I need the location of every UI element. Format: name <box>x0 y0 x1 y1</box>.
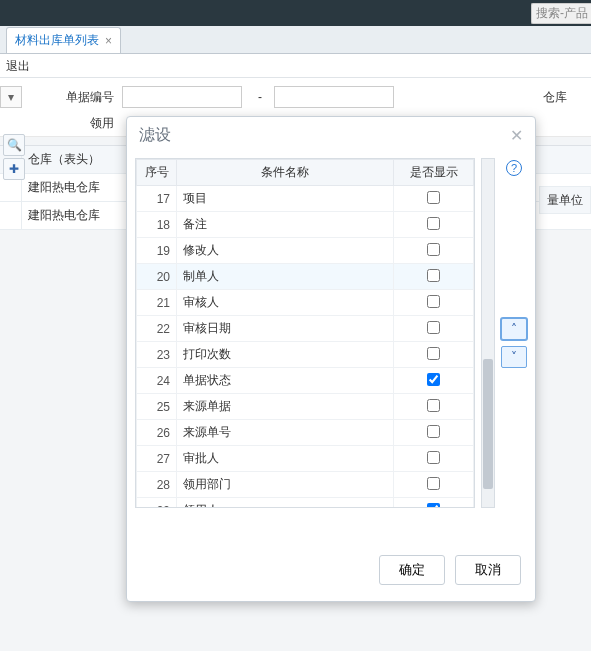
close-icon[interactable]: ✕ <box>510 126 523 145</box>
seq-cell: 25 <box>137 394 177 420</box>
receiver-label: 领用 <box>26 115 118 132</box>
show-checkbox[interactable] <box>427 321 440 334</box>
seq-cell: 27 <box>137 446 177 472</box>
cancel-button[interactable]: 取消 <box>455 555 521 585</box>
filter-row[interactable]: 24单据状态 <box>137 368 474 394</box>
show-checkbox[interactable] <box>427 451 440 464</box>
name-cell: 审批人 <box>177 446 394 472</box>
seq-cell: 17 <box>137 186 177 212</box>
seq-cell: 28 <box>137 472 177 498</box>
show-cell <box>394 498 474 509</box>
filter-table: 序号 条件名称 是否显示 17项目18备注19修改人20制单人21审核人22审核… <box>135 158 475 508</box>
warehouse-label: 仓库 <box>543 89 591 106</box>
seq-cell: 26 <box>137 420 177 446</box>
name-cell: 项目 <box>177 186 394 212</box>
show-cell <box>394 342 474 368</box>
filter-row[interactable]: 28领用部门 <box>137 472 474 498</box>
filter-row[interactable]: 23打印次数 <box>137 342 474 368</box>
name-cell: 来源单号 <box>177 420 394 446</box>
show-checkbox[interactable] <box>427 347 440 360</box>
search-icon[interactable]: 🔍 <box>3 134 25 156</box>
show-checkbox[interactable] <box>427 269 440 282</box>
show-checkbox[interactable] <box>427 425 440 438</box>
col-unit[interactable]: 量单位 <box>539 186 591 214</box>
name-cell: 来源单据 <box>177 394 394 420</box>
filter-row[interactable]: 18备注 <box>137 212 474 238</box>
filter-row[interactable]: 17项目 <box>137 186 474 212</box>
show-cell <box>394 446 474 472</box>
show-checkbox[interactable] <box>427 295 440 308</box>
seq-cell: 23 <box>137 342 177 368</box>
name-cell: 修改人 <box>177 238 394 264</box>
col-show[interactable]: 是否显示 <box>394 160 474 186</box>
bill-no-input[interactable] <box>122 86 242 108</box>
vertical-scrollbar[interactable] <box>481 158 495 508</box>
bill-no-label: 单据编号 <box>26 89 118 106</box>
show-cell <box>394 238 474 264</box>
show-cell <box>394 264 474 290</box>
filter-row[interactable]: 25来源单据 <box>137 394 474 420</box>
show-checkbox[interactable] <box>427 191 440 204</box>
move-down-button[interactable]: ˅ <box>501 346 527 368</box>
filter-dropdown-icon[interactable]: ▾ <box>0 86 22 108</box>
move-up-button[interactable]: ˄ <box>501 318 527 340</box>
ok-button[interactable]: 确定 <box>379 555 445 585</box>
global-search-input[interactable]: 搜索-产品 <box>531 3 591 24</box>
tab-material-out-list[interactable]: 材料出库单列表 × <box>6 27 121 53</box>
seq-cell: 21 <box>137 290 177 316</box>
name-cell: 打印次数 <box>177 342 394 368</box>
filter-row[interactable]: 27审批人 <box>137 446 474 472</box>
side-icon-bar: 🔍 ✚ <box>3 134 25 180</box>
toolbar: 退出 <box>0 54 591 78</box>
col-seq[interactable]: 序号 <box>137 160 177 186</box>
show-checkbox[interactable] <box>427 477 440 490</box>
show-checkbox[interactable] <box>427 217 440 230</box>
name-cell: 备注 <box>177 212 394 238</box>
filter-settings-dialog: 滤设 ✕ 序号 条件名称 是否显示 17项目18备注19修改人20制单人21审核… <box>126 116 536 602</box>
top-bar: 搜索-产品 <box>0 0 591 26</box>
show-cell <box>394 368 474 394</box>
col-name[interactable]: 条件名称 <box>177 160 394 186</box>
seq-cell: 18 <box>137 212 177 238</box>
exit-link[interactable]: 退出 <box>6 59 30 73</box>
tab-bar: 材料出库单列表 × <box>0 26 591 54</box>
show-cell <box>394 290 474 316</box>
show-checkbox[interactable] <box>427 243 440 256</box>
bill-no-input-2[interactable] <box>274 86 394 108</box>
name-cell: 领用部门 <box>177 472 394 498</box>
show-cell <box>394 212 474 238</box>
seq-cell: 24 <box>137 368 177 394</box>
show-cell <box>394 420 474 446</box>
filter-row[interactable]: 22审核日期 <box>137 316 474 342</box>
show-cell <box>394 186 474 212</box>
filter-row[interactable]: 19修改人 <box>137 238 474 264</box>
filter-row[interactable]: 21审核人 <box>137 290 474 316</box>
filter-icon[interactable]: ✚ <box>3 158 25 180</box>
show-cell <box>394 472 474 498</box>
tab-label: 材料出库单列表 <box>15 32 99 49</box>
show-checkbox[interactable] <box>427 503 440 509</box>
name-cell: 领用人 <box>177 498 394 509</box>
filter-row[interactable]: 26来源单号 <box>137 420 474 446</box>
name-cell: 审核人 <box>177 290 394 316</box>
close-icon[interactable]: × <box>105 34 112 48</box>
dialog-title: 滤设 <box>139 125 171 146</box>
seq-cell: 22 <box>137 316 177 342</box>
show-checkbox[interactable] <box>427 399 440 412</box>
filter-row[interactable]: 20制单人 <box>137 264 474 290</box>
show-checkbox[interactable] <box>427 373 440 386</box>
seq-cell: 20 <box>137 264 177 290</box>
show-cell <box>394 316 474 342</box>
name-cell: 制单人 <box>177 264 394 290</box>
filter-row[interactable]: 29领用人 <box>137 498 474 509</box>
show-cell <box>394 394 474 420</box>
help-icon[interactable]: ? <box>506 160 522 176</box>
name-cell: 单据状态 <box>177 368 394 394</box>
scroll-thumb[interactable] <box>483 359 493 489</box>
col-warehouse[interactable]: 仓库（表头） <box>22 146 130 173</box>
seq-cell: 29 <box>137 498 177 509</box>
name-cell: 审核日期 <box>177 316 394 342</box>
seq-cell: 19 <box>137 238 177 264</box>
